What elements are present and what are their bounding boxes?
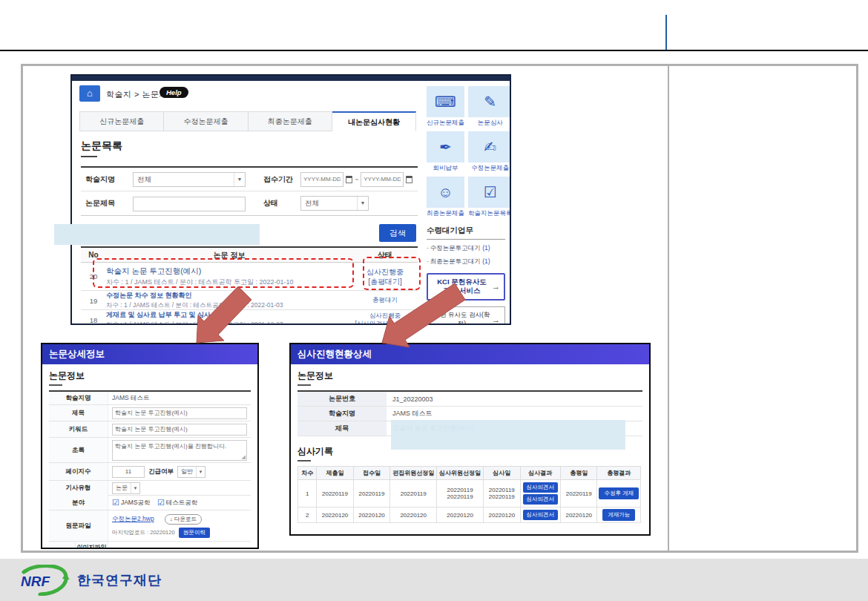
nrf-logo: NRF 한국연구재단 xyxy=(16,565,162,596)
table-row[interactable]: 19 수정논문 차수 정보 현황확인 차수 : 1 / JAMS 테스트 / 분… xyxy=(81,291,418,310)
status-select[interactable]: 전체▼ xyxy=(300,196,369,211)
review-opinion-button[interactable]: 심사의견서 xyxy=(523,494,559,505)
calendar-icon[interactable] xyxy=(406,176,412,183)
status-select-value: 전체 xyxy=(305,199,319,207)
review-date: 20220119 xyxy=(484,487,519,493)
reviewer-date: 20220119 xyxy=(438,487,482,493)
pending-label: 최종논문투고대기 xyxy=(430,257,481,265)
horizontal-rule xyxy=(0,50,868,51)
urgent-select[interactable]: 일반▼ xyxy=(177,466,206,478)
checkbox-checked-icon[interactable]: ☑ xyxy=(112,498,119,507)
status-label: 상태 xyxy=(259,198,300,208)
row-no: 18 xyxy=(81,316,106,324)
similarity-check-button[interactable]: 문헌 유사도 검사(확정) → xyxy=(427,306,505,325)
table-cell-divider xyxy=(665,15,667,50)
quick-label: 논문심사 xyxy=(468,119,511,128)
title-input[interactable]: 학술지 논문 투고진행(예시) xyxy=(112,407,247,419)
quick-label: 최종논문제출 xyxy=(427,209,464,218)
review-opinion-button[interactable]: 심사의견서 xyxy=(523,482,559,493)
chevron-down-icon: ▼ xyxy=(357,197,368,210)
field-label: 페이지수 xyxy=(49,463,108,480)
section-title: 논문정보 xyxy=(297,370,642,386)
article-type-select[interactable]: 논문▼ xyxy=(112,482,140,494)
chevron-down-icon: ▼ xyxy=(196,467,205,477)
tab-new-submission[interactable]: 신규논문제출 xyxy=(79,111,164,131)
quick-final-submission[interactable]: ☺ 최종논문제출 xyxy=(427,177,464,218)
paper-number: J1_20220003 xyxy=(387,395,642,403)
annotation-box-status xyxy=(363,257,421,290)
arrow-right-icon: → xyxy=(492,282,500,291)
highlight-overlay xyxy=(391,420,625,450)
kci-similarity-button[interactable]: KCI 문헌유사도 검사 서비스 → xyxy=(427,273,505,300)
journal-value: JAMS 테스트 xyxy=(108,393,251,404)
field-option: 테스트공학 xyxy=(166,499,198,506)
status-badge[interactable]: 총평대기 xyxy=(352,296,418,304)
keyword-input[interactable]: 학술지 논문 투고진행(예시) xyxy=(112,424,247,436)
quick-revised-submission[interactable]: ✍ 수정논문제출 xyxy=(468,131,511,173)
pages-input[interactable]: 11 xyxy=(112,466,145,478)
period-label: 접수기간 xyxy=(259,174,300,185)
review-date: 20220119 xyxy=(484,493,519,500)
quick-menu-sidebar: ⌨ 신규논문제출 ✎ 논문심사 ✒ 회비납부 ✍ 수정논문제출 ☺ 최종논문 xyxy=(427,86,505,325)
quick-paper-review[interactable]: ✎ 논문심사 xyxy=(468,86,511,128)
kci-line1: KCI 문헌유사도 xyxy=(432,277,492,286)
paper-title-input[interactable] xyxy=(133,197,246,211)
status-badge[interactable]: 심사진행중 [심사의견서작성대기] xyxy=(352,312,418,325)
quick-label: 학술지논문목록 xyxy=(468,209,511,218)
table-row[interactable]: 18 게재료 및 심사료 납부 투고 및 심사 진행 중 차수 : 1 / JA… xyxy=(81,310,418,325)
pencil-bulb-icon: ✎ xyxy=(484,93,496,111)
tab-revised-submission[interactable]: 수정논문제출 xyxy=(164,111,248,131)
resize-handle-icon[interactable]: ◢ xyxy=(242,454,246,460)
journal-label: 학술지명 xyxy=(81,174,133,185)
field-label: 초록 xyxy=(49,438,108,462)
keyboard-icon: ⌨ xyxy=(435,93,456,111)
download-button[interactable]: ↓ 다운로드 xyxy=(165,514,202,525)
page: ⌂ 학술지 > 논문제출 Help 신규논문제출 수정논문제출 최종논문제출 내… xyxy=(0,0,868,601)
quick-journal-paper-list[interactable]: ☑ 학술지논문목록 xyxy=(468,177,511,218)
review-row: 1 20220119 20220119 20220119 20220119202… xyxy=(298,480,641,508)
section-title: 논문정보 xyxy=(49,370,251,386)
help-badge[interactable]: Help xyxy=(160,87,188,98)
tab-final-submission[interactable]: 최종논문제출 xyxy=(249,111,332,131)
similarity-label: 문헌 유사도 검사(확정) xyxy=(432,311,492,325)
pending-count: (1) xyxy=(482,244,490,252)
paper-title-link[interactable]: 수정논문 차수 정보 현황확인 xyxy=(106,291,352,300)
quick-new-submission[interactable]: ⌨ 신규논문제출 xyxy=(427,86,464,128)
date-from-input[interactable] xyxy=(300,172,343,187)
annotation-box-paper xyxy=(93,258,354,288)
checkbox-checked-icon[interactable]: ☑ xyxy=(157,498,165,507)
pending-count: (1) xyxy=(482,257,490,265)
tab-my-review-status[interactable]: 내논문심사현황 xyxy=(332,111,416,131)
window-title-strip xyxy=(72,76,510,81)
attach-sub-label: 이미지파일 xyxy=(76,542,108,549)
urgent-label: 긴급여부 xyxy=(148,467,174,476)
kci-line2: 검사 서비스 xyxy=(432,286,492,295)
review-opinion-button[interactable]: 심사의견서 xyxy=(523,510,559,520)
form-row: 학술지명 전체▼ 접수기간 ~ xyxy=(81,168,418,191)
pending-revised-link[interactable]: -수정논문투고대기 (1) xyxy=(427,244,505,253)
abstract-textarea[interactable]: 학술지 논문 투고진행(예시)을 진행합니다.◢ xyxy=(112,440,247,461)
form-row: 논문제목 상태 전체▼ xyxy=(81,191,418,215)
search-form: 학술지명 전체▼ 접수기간 ~ 논문제목 상태 전체▼ xyxy=(81,166,418,216)
frame-divider xyxy=(668,66,669,551)
field-label: 분야 xyxy=(49,496,108,510)
pending-final-link[interactable]: -최종논문투고대기 (1) xyxy=(427,257,505,266)
journal-select[interactable]: 전체▼ xyxy=(133,172,246,187)
quick-membership-fee[interactable]: ✒ 회비납부 xyxy=(427,131,464,173)
article-type-value: 논문 xyxy=(116,485,128,491)
final-result-button[interactable]: 게재가능 xyxy=(602,509,635,521)
paper-title-link[interactable]: 게재료 및 심사료 납부 투고 및 심사 진행 중 xyxy=(106,310,352,320)
paper-detail: 차수 : 1 / JAMS 테스트 / 분야 : 테스트공학 투고일 : 202… xyxy=(106,321,352,325)
calendar-icon[interactable] xyxy=(346,176,352,183)
app-window: ⌂ 학술지 > 논문제출 Help 신규논문제출 수정논문제출 최종논문제출 내… xyxy=(70,74,511,325)
page-title: 논문목록 xyxy=(81,139,122,157)
quick-label: 신규논문제출 xyxy=(427,119,464,128)
date-to-input[interactable] xyxy=(361,172,404,187)
final-result-button[interactable]: 수정후 게재 xyxy=(599,487,639,499)
file-history-button[interactable]: 원문이력 xyxy=(179,528,210,538)
search-button[interactable]: 검색 xyxy=(379,224,416,242)
field-label: 제목 xyxy=(49,405,108,421)
field-label: 기사유형 xyxy=(49,481,108,496)
home-icon[interactable]: ⌂ xyxy=(79,85,100,102)
manuscript-file-link[interactable]: 수정논문2.hwp xyxy=(112,515,154,522)
